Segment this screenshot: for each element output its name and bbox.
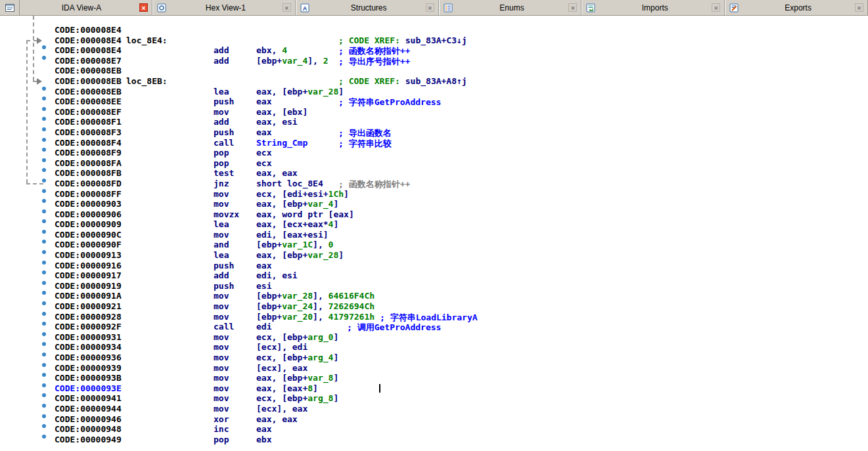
operands: esi (256, 281, 271, 291)
asm-line[interactable]: CODE:00000906movzxeax, word ptr [eax] (0, 209, 868, 220)
close-icon[interactable]: × (712, 3, 720, 12)
asm-line[interactable]: CODE:00000928mov[ebp+var_20], 41797261h;… (0, 312, 868, 322)
asm-line[interactable]: CODE:00000919pushesi (0, 281, 868, 291)
mnemonic: mov (214, 393, 229, 403)
comment: ; CODE XREF: sub_83A+C3↓j (338, 35, 467, 45)
asm-line[interactable]: CODE:00000903moveax, [ebp+var_4] (0, 199, 868, 209)
address: CODE:00000916 (55, 261, 122, 270)
structures-icon: A (300, 3, 309, 12)
tab-bar: IDA View-A × Hex View-1 × A Structures × (0, 0, 868, 16)
address-dot-icon (42, 353, 46, 356)
asm-line[interactable]: CODE:0000091Amov[ebp+var_28], 64616F4Ch (0, 291, 868, 301)
tab-exports[interactable]: Exports × (725, 0, 868, 15)
address: CODE:00000903 (55, 199, 122, 209)
asm-line[interactable]: CODE:00000948inceax (0, 424, 868, 435)
asm-line[interactable]: CODE:00000939mov[ecx], eax (0, 363, 868, 374)
close-icon[interactable]: × (139, 3, 148, 12)
asm-line[interactable]: CODE:00000921mov[ebp+var_24], 7262694Ch (0, 301, 868, 312)
tab-enums[interactable]: Enums × (439, 0, 582, 15)
disassembly-view[interactable]: CODE:000008E4CODE:000008E4loc_8E4:; CODE… (0, 16, 868, 451)
operands: eax, [ecx+eax*4] (256, 219, 338, 229)
operands: eax, eax (256, 168, 298, 178)
address: CODE:0000091A (55, 291, 122, 301)
mnemonic: add (214, 56, 229, 66)
listing-lines: CODE:000008E4CODE:000008E4loc_8E4:; CODE… (0, 25, 868, 444)
asm-line[interactable]: CODE:00000946xoreax, eax (0, 414, 868, 425)
address-dot-icon (42, 107, 46, 111)
asm-line[interactable]: CODE:00000931movecx, [ebp+arg_0] (0, 332, 868, 343)
close-icon[interactable]: × (283, 3, 291, 12)
tab-structures[interactable]: A Structures × (296, 0, 439, 15)
close-icon[interactable]: × (568, 3, 577, 12)
asm-line[interactable]: CODE:00000913leaeax, [ebp+var_28] (0, 250, 868, 261)
mnemonic: test (214, 168, 234, 178)
asm-line[interactable]: CODE:00000917addedi, esi (0, 270, 868, 281)
tab-ida-view-a[interactable]: IDA View-A × (20, 0, 152, 15)
mnemonic: mov (214, 353, 229, 362)
address: CODE:00000949 (55, 435, 122, 444)
asm-line[interactable]: CODE:000008EBloc_8EB:; CODE XREF: sub_83… (0, 76, 868, 87)
asm-line[interactable]: CODE:00000944mov[ecx], eax (0, 404, 868, 414)
asm-line[interactable]: CODE:000008EFmoveax, [ebx] (0, 107, 868, 118)
tab-imports[interactable]: Imports × (582, 0, 725, 15)
asm-line[interactable]: CODE:0000093Bmoveax, [ebp+var_8] (0, 373, 868, 383)
asm-line[interactable]: CODE:0000092Fcalledi; 调用GetProAddress (0, 322, 868, 332)
mnemonic: lea (214, 219, 229, 229)
asm-line[interactable]: CODE:00000936movecx, [ebp+arg_4] (0, 353, 868, 363)
mnemonic: pop (214, 435, 229, 444)
asm-line[interactable]: CODE:000008FApopecx (0, 158, 868, 169)
operands: eax, [ebp+var_8] (256, 373, 338, 383)
asm-line[interactable]: CODE:000008E4 (0, 25, 868, 35)
address: CODE:00000913 (55, 250, 122, 260)
operands: eax (256, 127, 271, 137)
tab-hex-view-1[interactable]: Hex View-1 × (152, 0, 296, 15)
asm-line[interactable]: CODE:000008F1addeax, esi (0, 117, 868, 127)
operands: short loc_8E4 (256, 179, 323, 188)
address: CODE:00000921 (55, 301, 122, 311)
address-dot-icon (42, 250, 46, 254)
asm-line[interactable]: CODE:00000909leaeax, [ecx+eax*4] (0, 219, 868, 230)
asm-line[interactable]: CODE:000008E4loc_8E4:; CODE XREF: sub_83… (0, 35, 868, 46)
operands: ebx (256, 435, 271, 444)
asm-line[interactable]: CODE:00000949popebx (0, 435, 868, 445)
asm-line[interactable]: CODE:000008F3pusheax; 导出函数名 (0, 127, 868, 138)
mnemonic: mov (214, 383, 229, 393)
asm-line[interactable]: CODE:00000941movecx, [ebp+arg_8] (0, 393, 868, 404)
asm-line[interactable]: CODE:000008FFmovecx, [edi+esi+1Ch] (0, 189, 868, 200)
asm-line[interactable]: CODE:000008FDjnzshort loc_8E4; 函数名称指针++ (0, 179, 868, 189)
operands: eax, [ebx] (256, 107, 308, 117)
asm-line[interactable]: CODE:0000093Emoveax, [eax+8] (0, 383, 868, 394)
asm-line[interactable]: CODE:00000934mov[ecx], edi (0, 342, 868, 353)
asm-line[interactable]: CODE:000008EB (0, 66, 868, 76)
close-icon[interactable]: × (855, 3, 863, 12)
asm-line[interactable]: CODE:0000090Cmovedi, [eax+esi] (0, 230, 868, 240)
address-dot-icon (42, 322, 46, 326)
asm-line[interactable]: CODE:00000916pusheax (0, 261, 868, 271)
mnemonic: mov (214, 342, 229, 352)
mnemonic: mov (214, 199, 229, 209)
mnemonic: add (214, 45, 229, 55)
mnemonic: xor (214, 414, 229, 424)
address-dot-icon (42, 404, 46, 408)
asm-line[interactable]: CODE:0000090Fand[ebp+var_1C], 0 (0, 240, 868, 250)
asm-line[interactable]: CODE:000008E4addebx, 4; 函数名称指针++ (0, 45, 868, 56)
address: CODE:00000941 (55, 393, 122, 403)
asm-line[interactable]: CODE:000008EEpusheax; 字符串GetProAddress (0, 97, 868, 107)
address-dot-icon (42, 138, 46, 142)
asm-line[interactable]: CODE:000008F9popecx (0, 148, 868, 158)
address-dot-icon (42, 148, 46, 152)
address: CODE:000008EE (55, 97, 122, 106)
address: CODE:000008FD (55, 179, 122, 188)
operands: [ecx], eax (256, 404, 308, 414)
tab-label: IDA View-A (24, 3, 139, 12)
close-icon[interactable]: × (426, 3, 434, 12)
asm-line[interactable]: CODE:000008EBleaeax, [ebp+var_28] (0, 87, 868, 97)
asm-line[interactable]: CODE:000008E7add[ebp+var_4], 2; 导出序号指针++ (0, 56, 868, 66)
address: CODE:00000934 (55, 342, 122, 352)
asm-line[interactable]: CODE:000008FBtesteax, eax (0, 168, 868, 179)
mnemonic: jnz (214, 179, 229, 188)
address: CODE:000008EF (55, 107, 122, 117)
asm-line[interactable]: CODE:000008F4callString_Cmp; 字符串比较 (0, 138, 868, 148)
operands: eax, [ebp+var_28] (256, 87, 344, 97)
mnemonic: mov (214, 230, 229, 240)
